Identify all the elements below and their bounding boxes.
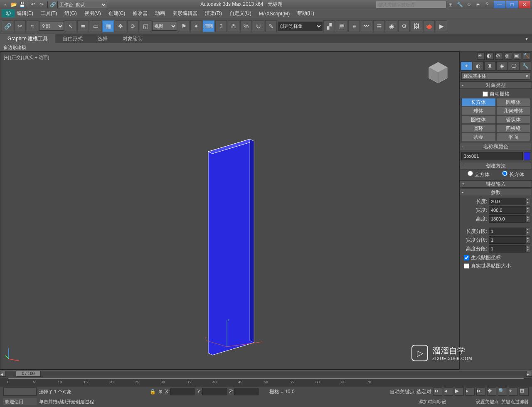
percent-snap-icon[interactable]: % bbox=[240, 20, 252, 32]
wseg-up[interactable]: ▲ bbox=[526, 237, 530, 240]
open-icon[interactable]: 📂 bbox=[10, 1, 17, 8]
radio-box[interactable]: 长方体 bbox=[502, 171, 524, 178]
app-menu-button[interactable]: Ⓔ bbox=[2, 9, 15, 17]
scale-icon[interactable]: ◱ bbox=[140, 20, 151, 32]
mirror-icon[interactable]: ▞ bbox=[323, 20, 335, 32]
maximize-button[interactable]: □ bbox=[506, 1, 518, 8]
menu-maxscript[interactable]: MAXScript(M) bbox=[259, 11, 290, 17]
pan-icon[interactable]: ✥ bbox=[487, 387, 496, 396]
width-dn[interactable]: ▼ bbox=[526, 210, 530, 213]
btn-cylinder[interactable]: 圆柱体 bbox=[461, 115, 496, 124]
btn-box[interactable]: 长方体 bbox=[461, 98, 496, 106]
menu-view[interactable]: 视图(V) bbox=[84, 10, 101, 17]
hseg-input[interactable] bbox=[489, 245, 525, 253]
menu-customize[interactable]: 自定义(U) bbox=[229, 10, 251, 17]
lseg-up[interactable]: ▲ bbox=[526, 228, 530, 231]
render-icon[interactable]: 🫖 bbox=[423, 20, 435, 32]
autokey-button[interactable]: 自动关键点 bbox=[390, 388, 415, 395]
length-dn[interactable]: ▼ bbox=[526, 201, 530, 205]
btn-geosphere[interactable]: 几何球体 bbox=[496, 107, 531, 115]
render-prod-icon[interactable]: ▶ bbox=[436, 20, 447, 32]
ribbon-panel-label[interactable]: 多边形建模 bbox=[0, 43, 532, 51]
length-up[interactable]: ▲ bbox=[526, 198, 530, 201]
layers-icon[interactable]: ≡ bbox=[348, 20, 360, 32]
save-icon[interactable]: 💾 bbox=[18, 1, 26, 8]
ribbon-tab-freeform[interactable]: 自由形式 bbox=[55, 34, 90, 43]
select-name-icon[interactable]: ≣ bbox=[77, 20, 89, 32]
setkey-button[interactable]: 设置关键点 bbox=[476, 399, 499, 405]
angle-snap-icon[interactable]: ⋒ bbox=[228, 20, 239, 32]
ribbon-tab-selection[interactable]: 选择 bbox=[90, 34, 115, 43]
slider-left-icon[interactable]: ◂ bbox=[0, 371, 6, 377]
category-dropdown[interactable]: 标准基本体▾ bbox=[461, 72, 530, 80]
height-input[interactable] bbox=[489, 215, 525, 223]
star2-icon[interactable]: ✦ bbox=[474, 1, 482, 8]
menu-help[interactable]: 帮助(H) bbox=[297, 10, 314, 17]
lock-icon[interactable]: 🔒 bbox=[150, 389, 156, 395]
manip-icon[interactable]: ✦ bbox=[190, 20, 202, 32]
move-icon[interactable]: ✥ bbox=[115, 20, 126, 32]
hseg-dn[interactable]: ▼ bbox=[526, 249, 530, 252]
hseg-up[interactable]: ▲ bbox=[526, 245, 530, 249]
zoom-icon[interactable]: 🔍 bbox=[498, 387, 507, 396]
btn-pyramid[interactable]: 四棱锥 bbox=[496, 124, 531, 132]
region-rect-icon[interactable]: ▭ bbox=[90, 20, 101, 32]
height-up[interactable]: ▲ bbox=[526, 216, 530, 219]
v2-icon[interactable]: ▣ bbox=[514, 52, 521, 60]
disable-icon[interactable]: ⊘ bbox=[495, 52, 503, 60]
render-frame-icon[interactable]: 🖼 bbox=[411, 20, 422, 32]
schematic-icon[interactable]: ☰ bbox=[373, 20, 385, 32]
link-icon[interactable]: 🔗 bbox=[49, 1, 57, 8]
wseg-dn[interactable]: ▼ bbox=[526, 240, 530, 243]
menu-modifiers[interactable]: 修改器 bbox=[133, 10, 148, 17]
rollout-kbinput[interactable]: +键盘输入 bbox=[460, 180, 532, 188]
ribbon-tab-paint[interactable]: 对象绘制 bbox=[115, 34, 150, 43]
select-icon[interactable]: ↖ bbox=[65, 20, 76, 32]
width-up[interactable]: ▲ bbox=[526, 207, 530, 210]
autogrid-checkbox[interactable] bbox=[483, 91, 488, 97]
view-cube[interactable] bbox=[426, 60, 451, 85]
adaptive-icon[interactable]: ◐ bbox=[486, 52, 494, 60]
selection-filter[interactable]: 全部 bbox=[39, 22, 64, 31]
select-link-icon[interactable]: 🔗 bbox=[2, 20, 13, 32]
pivot-icon[interactable]: ⚑ bbox=[178, 20, 190, 32]
hierarchy-tab[interactable]: ♜ bbox=[484, 61, 496, 71]
motion-tab[interactable]: ◉ bbox=[496, 61, 508, 71]
next-frame-icon[interactable]: ▸ bbox=[466, 387, 475, 396]
btn-torus[interactable]: 圆环 bbox=[461, 124, 496, 132]
create-tab[interactable]: ✦ bbox=[461, 61, 472, 71]
modify-tab[interactable]: ◐ bbox=[473, 61, 484, 71]
help-icon[interactable]: ? bbox=[483, 1, 491, 8]
play-icon[interactable]: ▶ bbox=[455, 387, 464, 396]
goto-start-icon[interactable]: ⏮ bbox=[433, 387, 442, 396]
v1-icon[interactable]: ◎ bbox=[505, 52, 512, 60]
unlink-icon[interactable]: ✂ bbox=[14, 20, 26, 32]
btn-teapot[interactable]: 茶壶 bbox=[461, 133, 496, 141]
lseg-input[interactable] bbox=[489, 228, 525, 235]
menu-edit[interactable]: 编辑(E) bbox=[17, 10, 33, 17]
width-input[interactable] bbox=[489, 206, 525, 214]
star-icon[interactable]: ☆ bbox=[465, 1, 473, 8]
search-input[interactable] bbox=[376, 1, 446, 8]
ref-coord-select[interactable]: 视图 bbox=[152, 22, 177, 31]
slider-right-icon[interactable]: ▸ bbox=[526, 371, 532, 377]
menu-grapheditors[interactable]: 图形编辑器 bbox=[172, 10, 197, 17]
redo-icon[interactable]: ↷ bbox=[38, 1, 45, 8]
window-crossing-icon[interactable]: ▦ bbox=[102, 20, 114, 32]
radio-cube[interactable]: 立方体 bbox=[468, 171, 489, 178]
timeline-ruler[interactable]: 0 5 10 15 20 25 30 35 40 45 50 55 60 65 … bbox=[0, 378, 532, 387]
rollout-params[interactable]: -参数 bbox=[460, 189, 532, 196]
wseg-input[interactable] bbox=[489, 236, 525, 244]
rotate-icon[interactable]: ⟳ bbox=[127, 20, 139, 32]
display-tab[interactable]: 🖵 bbox=[508, 61, 520, 71]
bind-icon[interactable]: ≈ bbox=[27, 20, 38, 32]
align-icon[interactable]: ▤ bbox=[336, 20, 347, 32]
key-icon[interactable]: 🔧 bbox=[456, 1, 464, 8]
lseg-dn[interactable]: ▼ bbox=[526, 231, 530, 235]
rollout-objtype[interactable]: -对象类型 bbox=[460, 81, 532, 89]
fov-icon[interactable]: ⌖ bbox=[509, 387, 518, 396]
color-swatch[interactable] bbox=[524, 152, 530, 160]
length-input[interactable] bbox=[489, 198, 525, 205]
undo-icon[interactable]: ↶ bbox=[30, 1, 37, 8]
keyfilter-button[interactable]: 关键点过滤器 bbox=[501, 399, 529, 405]
